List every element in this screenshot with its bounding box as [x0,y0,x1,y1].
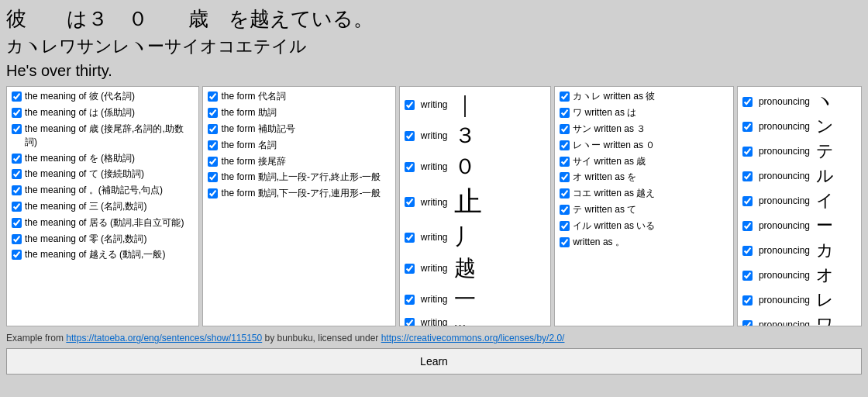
meaning-checkbox[interactable] [12,91,22,102]
writing-checkbox[interactable] [405,197,415,207]
writing-checkbox[interactable] [405,100,415,110]
meaning-item: the meaning of て (接続助詞) [12,167,188,181]
written-as-checkbox[interactable] [560,157,570,167]
written-as-label: カヽレ written as 彼 [573,90,655,103]
written-as-label: written as 。 [573,236,625,249]
writing-label: writing [421,317,448,326]
meaning-item: the meaning of 零 (名詞,数詞) [12,233,188,246]
form-item: the form 名詞 [208,139,384,152]
panel-written-as-scroll[interactable]: カヽレ written as 彼ワ written as はサン written… [555,87,733,326]
panel-writing: writing｜writing３writing０writing止writing丿… [399,86,551,326]
meaning-label: the meaning of 三 (名詞,数詞) [25,200,146,213]
form-item: the form 動詞,下一段-ア行,連用形-一般 [208,187,384,200]
writing-item: writing… [405,316,539,326]
meaning-checkbox[interactable] [12,154,22,164]
learn-button[interactable]: Learn [6,348,862,375]
pronouncing-checkbox[interactable] [742,271,753,281]
meaning-label: the meaning of を (格助詞) [25,152,135,165]
form-checkbox[interactable] [208,172,218,182]
pronouncing-checkbox[interactable] [742,196,753,206]
writing-item: writing｜ [405,90,539,119]
pronouncing-checkbox[interactable] [742,221,753,231]
pronouncing-checkbox[interactable] [742,97,753,107]
panel-pronouncing: pronouncingヽpronouncingンpronouncingテpron… [737,86,862,326]
form-checkbox[interactable] [208,108,218,118]
form-label: the form 動詞,上一段-ア行,終止形-一般 [221,171,381,184]
writing-checkbox[interactable] [405,162,415,172]
written-as-item: コエ written as 越え [560,187,722,200]
writing-item: writing３ [405,121,539,150]
footer-prefix: Example from [6,333,66,343]
form-label: the form 補助記号 [221,123,294,136]
panel-pronouncing-scroll[interactable]: pronouncingヽpronouncingンpronouncingテpron… [738,87,861,326]
panel-writing-scroll[interactable]: writing｜writing３writing０writing止writing丿… [400,87,550,326]
pronouncing-checkbox[interactable] [742,122,753,132]
writing-char: 丿 [454,223,485,252]
meaning-checkbox[interactable] [12,234,22,244]
written-as-item: written as 。 [560,236,722,249]
meaning-checkbox[interactable] [12,169,22,179]
form-checkbox[interactable] [208,157,218,167]
writing-char: 一 [454,285,485,314]
panel-meanings-scroll[interactable]: the meaning of 彼 (代名詞)the meaning of は (… [7,87,198,326]
written-as-checkbox[interactable] [560,221,570,231]
meaning-checkbox[interactable] [12,250,22,260]
written-as-checkbox[interactable] [560,108,570,118]
writing-item: writing止 [405,183,539,221]
written-as-checkbox[interactable] [560,205,570,215]
writing-char: … [454,316,485,326]
written-as-checkbox[interactable] [560,91,570,102]
meaning-checkbox[interactable] [12,218,22,228]
meaning-checkbox[interactable] [12,202,22,212]
form-item: the form 代名詞 [208,90,384,103]
writing-checkbox[interactable] [405,233,415,243]
meaning-checkbox[interactable] [12,124,22,134]
meaning-label: the meaning of 零 (名詞,数詞) [25,233,146,246]
meaning-item: the meaning of 越える (動詞,一般) [12,248,188,261]
form-checkbox[interactable] [208,124,218,134]
written-as-checkbox[interactable] [560,140,570,150]
writing-label: writing [421,130,448,141]
pronouncing-checkbox[interactable] [742,246,753,256]
pronouncing-label: pronouncing [759,171,810,181]
form-label: the form 接尾辞 [221,155,285,168]
meaning-item: the meaning of 居る (動詞,非自立可能) [12,216,188,230]
meaning-label: the meaning of は (係助詞) [25,106,135,119]
meaning-item: the meaning of 歳 (接尾辞,名詞的,助数詞) [12,123,188,149]
pronouncing-checkbox[interactable] [742,295,753,306]
writing-checkbox[interactable] [405,295,415,305]
pronouncing-char: イ [816,189,839,212]
writing-checkbox[interactable] [405,131,415,141]
english-sentence: He's over thirty. [6,62,862,80]
written-as-label: サイ written as 歳 [573,155,646,168]
footer-link2[interactable]: https://creativecommons.org/licenses/by/… [381,333,565,343]
form-checkbox[interactable] [208,91,218,102]
pronouncing-checkbox[interactable] [742,147,753,157]
footer-link1[interactable]: https://tatoeba.org/eng/sentences/show/1… [66,333,262,343]
footer: Example from https://tatoeba.org/eng/sen… [6,333,862,343]
meaning-label: the meaning of 。(補助記号,句点) [25,184,163,197]
written-as-checkbox[interactable] [560,124,570,134]
written-as-item: テ written as て [560,203,722,216]
meaning-checkbox[interactable] [12,108,22,118]
pronouncing-checkbox[interactable] [742,171,753,181]
pronouncing-char: カ [816,239,839,262]
panel-forms-scroll[interactable]: the form 代名詞the form 助詞the form 補助記号the … [203,87,394,326]
writing-checkbox[interactable] [405,264,415,274]
pronouncing-item: pronouncingイ [742,189,850,212]
form-checkbox[interactable] [208,140,218,150]
pronouncing-label: pronouncing [759,195,810,206]
written-as-checkbox[interactable] [560,237,570,247]
writing-label: writing [421,232,448,243]
meaning-checkbox[interactable] [12,185,22,195]
writing-label: writing [421,197,448,208]
meaning-item: the meaning of 。(補助記号,句点) [12,184,188,197]
written-as-checkbox[interactable] [560,172,570,182]
writing-checkbox[interactable] [405,318,415,326]
pronouncing-item: pronouncingオ [742,264,850,287]
written-as-checkbox[interactable] [560,188,570,198]
pronouncing-label: pronouncing [759,270,810,281]
pronouncing-checkbox[interactable] [742,320,753,326]
form-checkbox[interactable] [208,188,218,198]
pronouncing-char: ン [816,115,839,138]
